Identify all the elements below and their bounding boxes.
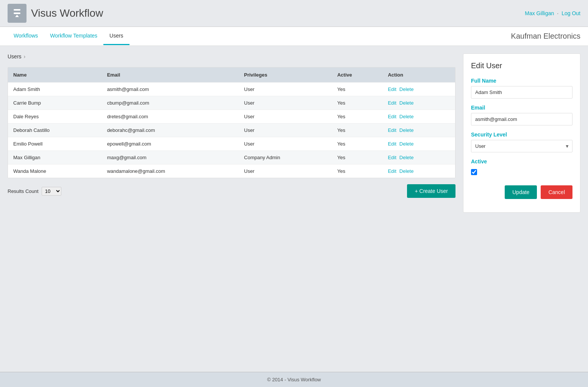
cell-action: Edit Delete [382,137,455,151]
users-table: Name Email Privileges Active Action Adam… [8,67,455,178]
col-active: Active [332,67,383,83]
cell-action: Edit Delete [382,110,455,124]
cell-email: cbump@gmail.com [102,96,239,110]
app-logo-icon [8,4,27,23]
cell-active: Yes [332,96,383,110]
email-group: Email [471,105,572,125]
nav-company: Kaufman Electronics [511,32,580,41]
cell-active: Yes [332,110,383,124]
full-name-group: Full Name [471,78,572,99]
active-checkbox[interactable] [471,169,477,175]
table-header-row: Name Email Privileges Active Action [8,67,455,83]
logout-link[interactable]: Log Out [561,10,580,16]
cell-active: Yes [332,151,383,165]
cell-privileges: User [239,137,332,151]
full-name-input[interactable] [471,86,572,99]
table-row: Wanda Malone wandamalone@gmail.com User … [8,165,455,178]
table-row: Emilio Powell epowell@gmail.com User Yes… [8,137,455,151]
cell-name: Adam Smith [8,83,102,96]
col-privileges: Privileges [239,67,332,83]
main-content: Users › Name Email Privileges Active Act… [0,46,588,372]
nav-links: Workflows Workflow Templates Users [8,27,511,45]
cell-action: Edit Delete [382,165,455,178]
footer-text: © 2014 - Visus Workflow [267,377,321,382]
svg-rect-0 [14,9,20,11]
edit-user-title: Edit User [471,61,572,70]
header-separator: · [557,10,558,16]
nav-workflows[interactable]: Workflows [8,27,44,45]
cell-name: Dale Reyes [8,110,102,124]
edit-link[interactable]: Edit [388,141,396,147]
header-username[interactable]: Max Gilligan [525,10,554,16]
security-level-label: Security Level [471,132,572,138]
nav-users[interactable]: Users [103,27,129,45]
cell-email: deborahc@gmail.com [102,124,239,137]
header-logo: Visus Workflow [8,4,525,23]
footer: © 2014 - Visus Workflow [0,372,588,387]
cell-active: Yes [332,83,383,96]
update-button[interactable]: Update [505,185,537,199]
cell-privileges: User [239,124,332,137]
cell-privileges: User [239,96,332,110]
delete-link[interactable]: Delete [399,127,414,133]
header: Visus Workflow Max Gilligan · Log Out [0,0,588,27]
cell-action: Edit Delete [382,124,455,137]
create-user-button[interactable]: + Create User [407,184,455,198]
col-email: Email [102,67,239,83]
security-level-wrapper: User Company Admin ▼ [471,140,572,152]
email-input[interactable] [471,113,572,125]
cell-email: maxg@gmail.com [102,151,239,165]
header-user-area: Max Gilligan · Log Out [525,10,580,16]
cell-action: Edit Delete [382,151,455,165]
edit-link[interactable]: Edit [388,127,396,133]
cell-name: Emilio Powell [8,137,102,151]
cell-privileges: User [239,165,332,178]
results-count-select[interactable]: 10 25 50 100 [42,187,61,196]
table-row: Dale Reyes dretes@gmail.com User Yes Edi… [8,110,455,124]
edit-user-panel: Edit User Full Name Email Security Level… [463,53,580,213]
cell-active: Yes [332,165,383,178]
edit-link[interactable]: Edit [388,168,396,174]
breadcrumb-users: Users [8,53,22,60]
nav-workflow-templates[interactable]: Workflow Templates [44,27,103,45]
cancel-button[interactable]: Cancel [541,185,572,199]
app-title: Visus Workflow [31,7,103,19]
cell-email: asmith@gmail.com [102,83,239,96]
breadcrumb-chevron: › [24,53,26,60]
delete-link[interactable]: Delete [399,168,414,174]
edit-link[interactable]: Edit [388,86,396,92]
left-panel: Users › Name Email Privileges Active Act… [8,53,455,198]
table-footer: Results Count 10 25 50 100 + Create User [8,184,455,198]
cell-privileges: Company Admin [239,151,332,165]
delete-link[interactable]: Delete [399,100,414,106]
delete-link[interactable]: Delete [399,155,414,160]
breadcrumb: Users › [8,53,455,60]
active-label: Active [471,158,572,165]
col-name: Name [8,67,102,83]
cell-action: Edit Delete [382,96,455,110]
active-group: Active [471,158,572,176]
cell-active: Yes [332,137,383,151]
cell-privileges: User [239,83,332,96]
form-buttons: Update Cancel [471,185,572,199]
delete-link[interactable]: Delete [399,141,414,147]
email-label: Email [471,105,572,111]
edit-link[interactable]: Edit [388,114,396,119]
col-action: Action [382,67,455,83]
table-row: Carrie Bump cbump@gmail.com User Yes Edi… [8,96,455,110]
cell-email: epowell@gmail.com [102,137,239,151]
edit-link[interactable]: Edit [388,100,396,106]
users-table-container: Name Email Privileges Active Action Adam… [8,67,455,178]
delete-link[interactable]: Delete [399,114,414,119]
security-level-select[interactable]: User Company Admin [471,140,572,152]
cell-name: Max Gilligan [8,151,102,165]
cell-active: Yes [332,124,383,137]
cell-name: Deborah Castillo [8,124,102,137]
results-count: Results Count 10 25 50 100 [8,187,61,196]
edit-link[interactable]: Edit [388,155,396,160]
cell-email: wandamalone@gmail.com [102,165,239,178]
cell-name: Carrie Bump [8,96,102,110]
cell-privileges: User [239,110,332,124]
nav: Workflows Workflow Templates Users Kaufm… [0,27,588,46]
delete-link[interactable]: Delete [399,86,414,92]
